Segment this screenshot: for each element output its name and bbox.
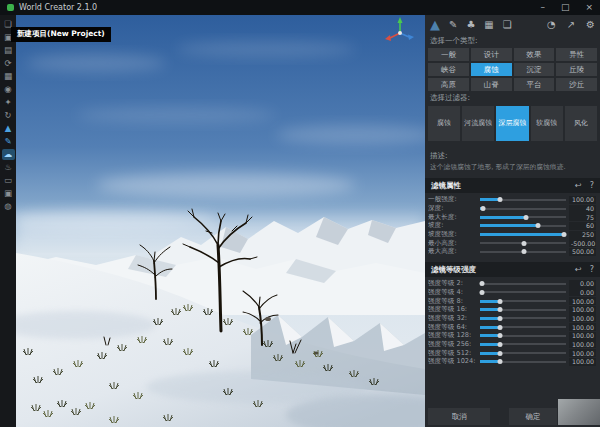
sync-icon[interactable]: ⟳: [2, 58, 15, 69]
cancel-button[interactable]: 取消: [428, 408, 490, 425]
slider-track[interactable]: [480, 225, 566, 227]
slider-knob[interactable]: [497, 197, 502, 202]
filter-button[interactable]: 深层腐蚀: [496, 106, 528, 141]
close-button[interactable]: ×: [585, 3, 593, 12]
slider-track[interactable]: [480, 317, 566, 319]
slider-value[interactable]: 0.00: [569, 280, 596, 288]
help-icon[interactable]: ?: [590, 266, 594, 274]
slider-track[interactable]: [480, 199, 566, 201]
settings-icon[interactable]: ⚙: [586, 19, 595, 31]
slider-track[interactable]: [480, 291, 566, 293]
filters-icon[interactable]: ✎: [449, 19, 457, 31]
slider-track[interactable]: [480, 242, 566, 244]
frame-icon[interactable]: ▭: [2, 175, 15, 186]
slider-knob[interactable]: [497, 359, 502, 364]
sculpt-mode-icon[interactable]: ✎: [2, 136, 15, 147]
slider-knob[interactable]: [521, 241, 526, 246]
slider-knob[interactable]: [479, 281, 484, 286]
slider-track[interactable]: [480, 335, 566, 337]
camera-icon[interactable]: ◉: [2, 84, 15, 95]
help-icon[interactable]: ?: [590, 182, 594, 190]
slider-value[interactable]: 100.00: [569, 340, 596, 348]
slider-track[interactable]: [480, 283, 566, 285]
slider-knob[interactable]: [497, 316, 502, 321]
reset-view-icon[interactable]: ↻: [2, 110, 15, 121]
filter-button[interactable]: 河流腐蚀: [462, 106, 494, 141]
slider-knob[interactable]: [497, 333, 502, 338]
type-button[interactable]: 效果: [514, 48, 555, 61]
layers-icon[interactable]: ❏: [503, 19, 512, 31]
slider-knob[interactable]: [480, 206, 485, 211]
slider-track[interactable]: [480, 216, 566, 218]
slider-value[interactable]: 100.00: [569, 323, 596, 331]
slider-value[interactable]: 100.00: [569, 332, 596, 340]
type-button[interactable]: 峡谷: [428, 63, 469, 76]
terrain-mode-icon[interactable]: ▲: [2, 123, 15, 134]
tools-icon[interactable]: ✦: [2, 97, 15, 108]
type-button[interactable]: 腐蚀: [471, 63, 512, 76]
slider-track[interactable]: [480, 343, 566, 345]
vegetation-icon[interactable]: ♣: [466, 19, 475, 31]
slider-value[interactable]: 75: [569, 213, 596, 221]
slider-value[interactable]: 0.00: [569, 288, 596, 296]
type-button[interactable]: 异性: [556, 48, 597, 61]
slider-knob[interactable]: [497, 342, 502, 347]
slider-track[interactable]: [480, 251, 566, 253]
export-icon[interactable]: ↗: [567, 19, 575, 31]
viewport[interactable]: [16, 15, 425, 427]
type-button[interactable]: 一般: [428, 48, 469, 61]
slider-value[interactable]: 100.00: [569, 349, 596, 357]
slider-knob[interactable]: [521, 249, 526, 254]
type-button[interactable]: 沉淀: [514, 63, 555, 76]
maximize-button[interactable]: □: [561, 3, 570, 12]
slider-track[interactable]: [480, 326, 566, 328]
slider-knob[interactable]: [497, 299, 502, 304]
texture-map-icon[interactable]: ▦: [484, 19, 493, 31]
terrain-icon[interactable]: ▲: [430, 19, 440, 31]
undo-icon[interactable]: ↩: [575, 266, 582, 274]
type-button[interactable]: 沙丘: [556, 78, 597, 91]
undo-icon[interactable]: ↩: [575, 182, 582, 190]
cloud-mode-icon[interactable]: ☁: [2, 149, 15, 160]
slider-value[interactable]: 500.00: [569, 248, 596, 256]
filter-button[interactable]: 软腐蚀: [531, 106, 563, 141]
slider-track[interactable]: [480, 208, 566, 210]
slider-value[interactable]: 60: [569, 222, 596, 230]
render-icon[interactable]: ◔: [547, 19, 556, 31]
type-button[interactable]: 平台: [514, 78, 555, 91]
slider-value[interactable]: 250: [569, 231, 596, 239]
slider-value[interactable]: 100.00: [569, 196, 596, 204]
slider-value[interactable]: 100.00: [569, 297, 596, 305]
thermal-icon[interactable]: ♨: [2, 162, 15, 173]
slider-value[interactable]: -500.00: [569, 239, 596, 247]
type-button[interactable]: 高原: [428, 78, 469, 91]
slider-knob[interactable]: [497, 325, 502, 330]
slider-track[interactable]: [480, 300, 566, 302]
filter-button[interactable]: 风化: [565, 106, 597, 141]
type-button[interactable]: 设计: [471, 48, 512, 61]
slider-knob[interactable]: [524, 215, 529, 220]
slider-track[interactable]: [480, 309, 566, 311]
slider-value[interactable]: 100.00: [569, 358, 596, 366]
ok-button[interactable]: 确定: [509, 408, 557, 425]
screenshot-icon[interactable]: ▣: [2, 188, 15, 199]
save-project-icon[interactable]: ▤: [2, 45, 15, 56]
slider-knob[interactable]: [536, 223, 541, 228]
slider-knob[interactable]: [497, 351, 502, 356]
slider-track[interactable]: [480, 361, 566, 363]
type-button[interactable]: 丘陵: [556, 63, 597, 76]
slider-knob[interactable]: [562, 232, 567, 237]
slider-track[interactable]: [480, 352, 566, 354]
minimize-button[interactable]: –: [540, 3, 545, 12]
filter-button[interactable]: 腐蚀: [428, 106, 460, 141]
import-heightmap-icon[interactable]: ▦: [2, 71, 15, 82]
slider-knob[interactable]: [479, 290, 484, 295]
type-button[interactable]: 山脊: [471, 78, 512, 91]
slider-value[interactable]: 100.00: [569, 306, 596, 314]
slider-value[interactable]: 100.00: [569, 314, 596, 322]
slider-knob[interactable]: [497, 307, 502, 312]
viewport-3d-scene[interactable]: [16, 15, 425, 427]
slider-track[interactable]: [480, 234, 566, 236]
globe-icon[interactable]: ◍: [2, 201, 15, 212]
slider-value[interactable]: 40: [569, 205, 596, 213]
